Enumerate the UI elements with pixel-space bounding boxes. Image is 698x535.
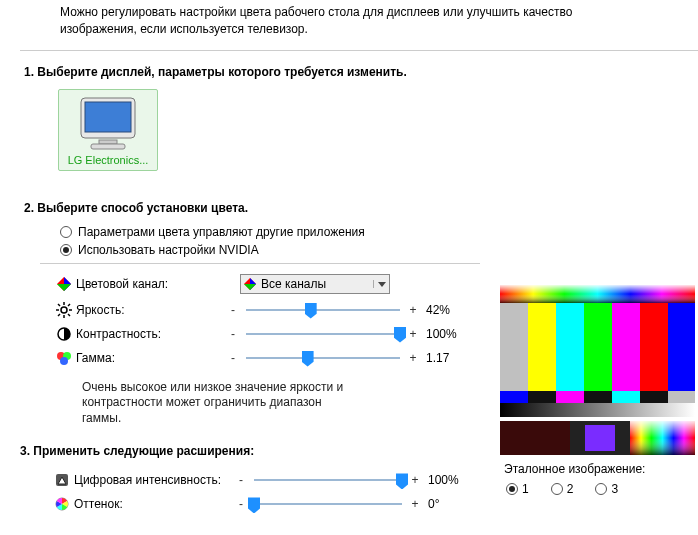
vibrance-label: Цифровая интенсивность: [74, 473, 234, 487]
svg-line-18 [68, 304, 70, 306]
divider [20, 50, 698, 51]
minus-sign: - [226, 327, 240, 341]
svg-line-19 [58, 314, 60, 316]
radio-icon [595, 483, 607, 495]
svg-point-23 [60, 357, 68, 365]
svg-marker-6 [57, 284, 71, 291]
hue-label: Оттенок: [74, 497, 234, 511]
svg-rect-45 [585, 425, 615, 451]
brightness-row: Яркость: - + 42% [52, 302, 468, 318]
svg-rect-30 [556, 303, 584, 391]
svg-rect-31 [584, 303, 612, 391]
intro-text: Можно регулировать настройки цвета рабоч… [0, 0, 640, 38]
display-label: LG Electronics... [63, 154, 153, 166]
channel-combo-text: Все каналы [259, 277, 373, 291]
brightness-icon [52, 302, 76, 318]
channel-label: Цветовой канал: [76, 277, 226, 291]
svg-rect-38 [584, 391, 612, 403]
ref-radio-1[interactable]: 1 [506, 482, 529, 496]
channel-icon [52, 276, 76, 292]
svg-marker-10 [378, 282, 386, 287]
svg-rect-29 [528, 303, 556, 391]
contrast-row: Контрастность: - + 100% [52, 326, 468, 342]
svg-rect-27 [500, 285, 695, 303]
gamma-label: Гамма: [76, 351, 226, 365]
radio-label: Использовать настройки NVIDIA [78, 243, 259, 257]
radio-icon [551, 483, 563, 495]
gamma-icon [52, 350, 76, 366]
svg-line-17 [68, 314, 70, 316]
svg-rect-44 [500, 421, 570, 455]
channel-row: Цветовой канал: Все каналы [52, 274, 468, 294]
vibrance-value: 100% [422, 473, 470, 487]
chevron-down-icon [373, 280, 389, 288]
reference-radios: 1 2 3 [500, 482, 695, 496]
plus-sign: + [406, 351, 420, 365]
contrast-icon [52, 326, 76, 342]
hue-icon [50, 496, 74, 512]
ref-radio-3[interactable]: 3 [595, 482, 618, 496]
svg-rect-33 [640, 303, 668, 391]
svg-rect-40 [640, 391, 668, 403]
radio-nvidia[interactable]: Использовать настройки NVIDIA [0, 241, 698, 259]
contrast-label: Контрастность: [76, 327, 226, 341]
radio-icon [60, 244, 72, 256]
svg-marker-9 [244, 284, 256, 290]
plus-sign: + [408, 473, 422, 487]
section1-title: 1. Выберите дисплей, параметры которого … [0, 65, 698, 79]
color-panel: Цветовой канал: Все каналы Яркость: - + … [40, 263, 480, 441]
gamma-slider[interactable] [246, 357, 400, 359]
svg-rect-1 [85, 102, 131, 132]
gamma-row: Гамма: - + 1.17 [52, 350, 468, 366]
svg-rect-39 [612, 391, 640, 403]
svg-rect-36 [528, 391, 556, 403]
display-thumbnail[interactable]: LG Electronics... [58, 89, 158, 171]
color-bars-image [500, 285, 695, 458]
hue-row: Оттенок: - + 0° [0, 492, 470, 516]
svg-rect-3 [91, 144, 125, 149]
radio-label: Параметрами цвета управляют другие прило… [78, 225, 365, 239]
minus-sign: - [226, 351, 240, 365]
monitor-icon [77, 96, 139, 152]
minus-sign: - [226, 303, 240, 317]
reference-panel: Эталонное изображение: 1 2 3 [500, 285, 695, 496]
ref-radio-label: 3 [611, 482, 618, 496]
ref-radio-label: 1 [522, 482, 529, 496]
svg-rect-2 [99, 140, 117, 144]
svg-rect-34 [668, 303, 695, 391]
channel-combo-icon [241, 277, 259, 291]
digital-vibrance-row: Цифровая интенсивность: - + 100% [0, 468, 470, 492]
radio-other-apps[interactable]: Параметрами цвета управляют другие прило… [0, 223, 698, 241]
plus-sign: + [406, 327, 420, 341]
contrast-slider[interactable] [246, 333, 400, 335]
svg-line-16 [58, 304, 60, 306]
gamma-value: 1.17 [420, 351, 468, 365]
contrast-value: 100% [420, 327, 468, 341]
hue-value: 0° [422, 497, 470, 511]
gamma-note: Очень высокое или низкое значение яркост… [52, 374, 352, 437]
minus-sign: - [234, 497, 248, 511]
svg-rect-35 [500, 391, 528, 403]
section2-title: 2. Выберите способ установки цвета. [0, 201, 698, 215]
svg-rect-42 [500, 403, 695, 417]
radio-icon [506, 483, 518, 495]
ref-radio-2[interactable]: 2 [551, 482, 574, 496]
brightness-slider[interactable] [246, 309, 400, 311]
channel-combo[interactable]: Все каналы [240, 274, 390, 294]
plus-sign: + [406, 303, 420, 317]
svg-rect-47 [630, 421, 695, 455]
svg-rect-37 [556, 391, 584, 403]
brightness-label: Яркость: [76, 303, 226, 317]
radio-icon [60, 226, 72, 238]
svg-rect-41 [668, 391, 695, 403]
minus-sign: - [234, 473, 248, 487]
vibrance-slider[interactable] [254, 479, 402, 481]
hue-slider[interactable] [254, 503, 402, 505]
svg-point-11 [61, 307, 67, 313]
plus-sign: + [408, 497, 422, 511]
vibrance-icon [50, 472, 74, 488]
ref-radio-label: 2 [567, 482, 574, 496]
brightness-value: 42% [420, 303, 468, 317]
svg-rect-28 [500, 303, 528, 391]
svg-rect-32 [612, 303, 640, 391]
